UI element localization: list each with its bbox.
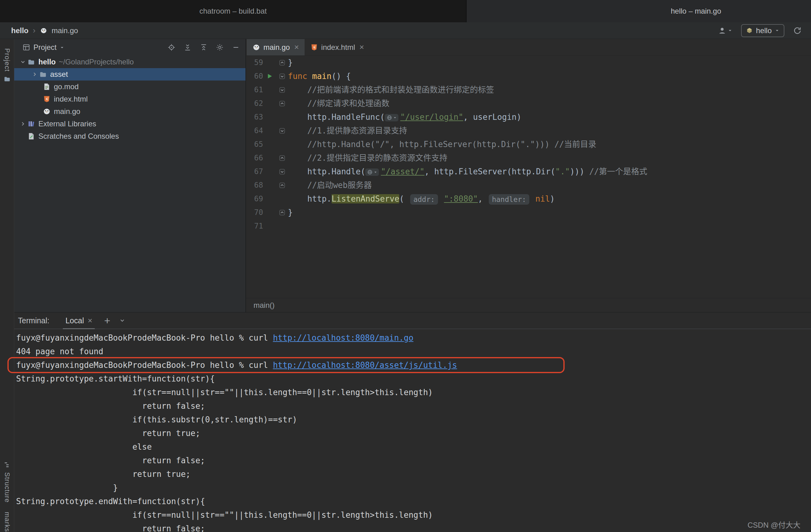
tool-window-button-bookmarks[interactable]: marks	[3, 512, 11, 532]
terminal-text: fuyx@fuyanxingdeMacBookProdeMacBook-Pro …	[16, 361, 273, 370]
play-icon	[266, 73, 273, 80]
close-tab-icon[interactable]: ×	[294, 42, 299, 52]
chevron-down-icon	[60, 45, 64, 50]
tree-item-main-go[interactable]: main.go	[14, 105, 245, 118]
code-line-60[interactable]: 60func main() {	[246, 70, 811, 83]
project-panel-title[interactable]: Project	[33, 43, 57, 52]
terminal-line-15: return false;	[16, 522, 811, 532]
user-menu[interactable]	[718, 26, 732, 35]
terminal-options-chevron-icon[interactable]	[119, 317, 126, 324]
terminal-header: Terminal: Local × +	[14, 313, 811, 329]
terminal-text: fuyx@fuyanxingdeMacBookProdeMacBook-Pro …	[16, 333, 273, 343]
code-line-70[interactable]: 70}	[246, 206, 811, 219]
fold-marker-icon[interactable]	[276, 83, 288, 96]
breadcrumb-file[interactable]: main.go	[52, 26, 78, 35]
tree-item-go-mod[interactable]: go.mod	[14, 80, 245, 93]
fold-marker-icon[interactable]	[276, 165, 288, 178]
structure-icon	[3, 461, 11, 469]
terminal-text: else	[16, 442, 152, 452]
tree-item-external-libraries[interactable]: External Libraries	[14, 118, 245, 130]
line-number: 61	[246, 83, 263, 96]
line-number: 68	[246, 178, 263, 192]
code-line-59[interactable]: 59}	[246, 56, 811, 70]
tree-item-index-html[interactable]: 5index.html	[14, 93, 245, 105]
tree-item-scratches-and-consoles[interactable]: Scratches and Consoles	[14, 130, 245, 142]
code-line-69[interactable]: 69 http.ListenAndServe( addr: ":8080", h…	[246, 192, 811, 206]
tree-item-label: asset	[50, 70, 68, 79]
tree-item-hello[interactable]: hello~/GolandProjects/hello	[14, 56, 245, 68]
hide-panel-icon[interactable]	[232, 43, 240, 51]
tree-item-path: ~/GolandProjects/hello	[59, 58, 134, 66]
nav-toolbar: hello	[718, 24, 802, 37]
fold-gutter-spacer	[276, 137, 288, 151]
run-gutter-spacer	[263, 124, 276, 137]
terminal-title: Terminal:	[18, 316, 49, 325]
editor-tab-main-go[interactable]: main.go×	[247, 39, 305, 56]
code-text: //1.提供静态资源目录支持	[288, 124, 407, 137]
fold-marker-icon[interactable]	[276, 70, 288, 83]
code-line-64[interactable]: 64 //1.提供静态资源目录支持	[246, 124, 811, 137]
fold-marker-icon[interactable]	[276, 206, 288, 219]
fold-marker-icon[interactable]	[276, 56, 288, 70]
chevron-right-icon[interactable]	[19, 120, 27, 127]
terminal-line-10: return false;	[16, 454, 811, 467]
code-line-68[interactable]: 68 //启动web服务器	[246, 178, 811, 192]
fold-marker-icon[interactable]	[276, 96, 288, 110]
fold-marker-icon[interactable]	[276, 151, 288, 165]
gofile-icon	[43, 107, 51, 116]
run-main-button[interactable]	[263, 70, 276, 83]
terminal-text: String.prototype.startWith=function(str)…	[16, 374, 215, 383]
breadcrumb-separator: ›	[33, 26, 35, 35]
web-path-inlay-icon[interactable]	[385, 114, 398, 121]
terminal-link[interactable]: http://localhost:8080/asset/js/util.js	[273, 361, 457, 370]
locate-icon[interactable]	[167, 43, 175, 51]
chevron-right-icon[interactable]	[30, 71, 39, 78]
code-line-71[interactable]: 71	[246, 219, 811, 233]
run-configuration-selector[interactable]: hello	[741, 24, 784, 37]
code-line-67[interactable]: 67 http.Handle("/asset/", http.FileServe…	[246, 165, 811, 178]
terminal-text: return false;	[16, 401, 205, 411]
web-path-inlay-icon[interactable]	[365, 168, 379, 176]
code-line-61[interactable]: 61 //把前端请求的格式和封装处理函数进行绑定的标签	[246, 83, 811, 96]
collapse-all-icon[interactable]	[200, 43, 208, 51]
terminal-line-2: 404 page not found	[16, 345, 811, 358]
tool-window-button-structure[interactable]: Structure	[3, 461, 11, 503]
titlebar: chatroom – build.bat hello – main.go	[0, 0, 811, 22]
run-gutter-spacer	[263, 165, 276, 178]
gomod-icon	[43, 83, 51, 91]
line-number: 70	[246, 206, 263, 219]
parameter-hint: addr:	[410, 194, 438, 205]
tool-window-bookmarks-label: marks	[3, 512, 11, 532]
run-gutter-spacer	[263, 83, 276, 96]
breadcrumb-project[interactable]: hello	[11, 26, 29, 35]
window-title-text: hello – main.go	[671, 7, 721, 15]
code-line-62[interactable]: 62 //绑定请求和处理函数	[246, 96, 811, 110]
terminal-tab-local[interactable]: Local ×	[63, 313, 95, 329]
terminal-text: }	[16, 483, 118, 492]
code-text: http.ListenAndServe( addr: ":8080", hand…	[288, 192, 555, 206]
close-terminal-tab-icon[interactable]: ×	[88, 316, 92, 325]
chevron-down-icon[interactable]	[19, 59, 27, 65]
gofile-icon	[252, 43, 260, 51]
left-tool-strip: Project Structure marks	[0, 39, 14, 532]
editor-tab-index-html[interactable]: 5index.html×	[305, 39, 370, 56]
terminal-tab-label: Local	[65, 316, 84, 325]
tool-window-button-project[interactable]: Project	[3, 48, 11, 83]
fold-marker-icon[interactable]	[276, 178, 288, 192]
tree-item-label: hello	[39, 58, 56, 66]
code-line-66[interactable]: 66 //2.提供指定目录的静态资源文件支持	[246, 151, 811, 165]
close-tab-icon[interactable]: ×	[359, 42, 364, 52]
fold-marker-icon[interactable]	[276, 124, 288, 137]
new-terminal-icon[interactable]: +	[104, 315, 110, 326]
tree-item-asset[interactable]: asset	[14, 68, 245, 80]
code-line-63[interactable]: 63 http.HandleFunc("/user/login", userLo…	[246, 110, 811, 124]
terminal-line-5: if(str==null||str==""||this.length==0||s…	[16, 385, 811, 399]
code-line-65[interactable]: 65 //http.Handle("/", http.FileServer(ht…	[246, 137, 811, 151]
rerun-icon[interactable]	[793, 26, 802, 35]
terminal-link[interactable]: http://localhost:8080/main.go	[273, 333, 414, 343]
editor-breadcrumb-item[interactable]: main()	[254, 301, 275, 310]
settings-gear-icon[interactable]	[216, 43, 224, 51]
expand-all-icon[interactable]	[184, 43, 192, 51]
window-title-inactive: chatroom – build.bat	[0, 0, 466, 22]
fold-gutter-spacer	[276, 219, 288, 233]
